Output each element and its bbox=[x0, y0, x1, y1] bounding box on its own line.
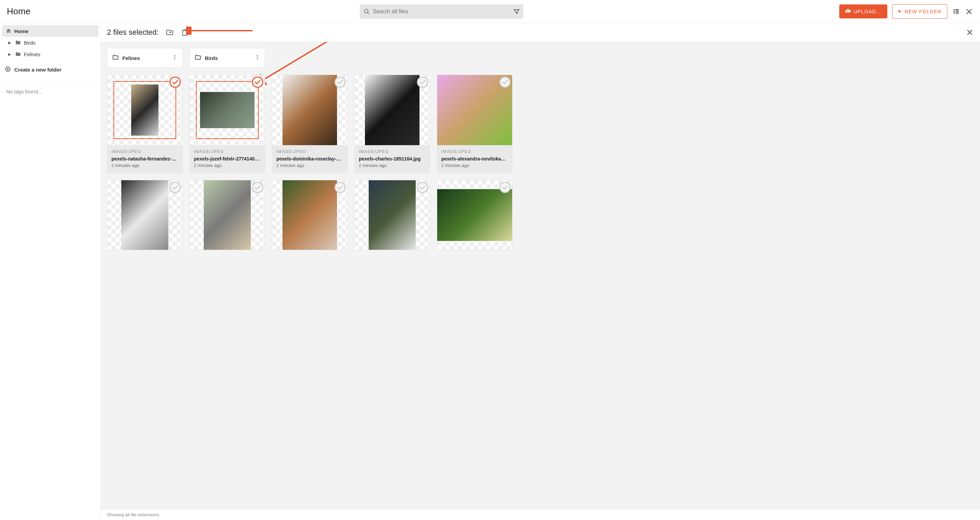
svg-rect-4 bbox=[953, 11, 955, 13]
create-folder-label: Create a new folder bbox=[14, 67, 61, 73]
svg-rect-5 bbox=[956, 11, 959, 13]
file-card[interactable]: IMAGE/JPEG pexels-dominika-roseclay-8952… bbox=[272, 75, 348, 173]
file-card[interactable] bbox=[107, 180, 183, 250]
folder-card[interactable]: Birds bbox=[189, 48, 265, 68]
svg-point-28 bbox=[170, 182, 180, 192]
select-checkmark-icon[interactable] bbox=[252, 181, 263, 193]
file-name: pexels-natasha-fernandez-733... bbox=[111, 156, 178, 162]
chevron-right-icon: ▶ bbox=[8, 52, 12, 57]
folder-name: Birds bbox=[205, 55, 251, 61]
thumbnail-image bbox=[283, 180, 337, 250]
svg-point-20 bbox=[257, 55, 258, 56]
svg-line-1 bbox=[368, 12, 369, 14]
select-checkmark-icon[interactable] bbox=[169, 181, 181, 193]
file-time: 2 minutes ago bbox=[194, 163, 261, 168]
search-bar[interactable] bbox=[360, 5, 523, 19]
file-card[interactable] bbox=[189, 180, 265, 250]
sidebar-item-felines[interactable]: ▶ Felines bbox=[2, 48, 99, 60]
file-card[interactable]: IMAGE/JPEG pexels-alexandra-novitskaya-2… bbox=[437, 75, 512, 173]
close-icon[interactable] bbox=[965, 8, 973, 16]
more-icon[interactable] bbox=[172, 54, 178, 61]
svg-point-18 bbox=[175, 57, 175, 58]
file-card[interactable] bbox=[355, 180, 430, 250]
select-checkmark-icon[interactable] bbox=[417, 181, 428, 193]
svg-point-26 bbox=[417, 77, 428, 87]
svg-point-29 bbox=[253, 182, 263, 192]
file-name: pexels-dominika-roseclay-8952... bbox=[276, 156, 343, 162]
select-checkmark-icon[interactable] bbox=[334, 76, 346, 88]
select-checkmark-icon[interactable] bbox=[334, 181, 346, 193]
more-icon[interactable] bbox=[255, 54, 260, 61]
select-checkmark-icon[interactable] bbox=[499, 181, 511, 193]
folder-icon bbox=[15, 51, 21, 57]
filter-icon[interactable] bbox=[513, 8, 520, 15]
svg-point-19 bbox=[175, 58, 175, 59]
home-icon bbox=[5, 28, 11, 34]
sidebar-item-home[interactable]: Home bbox=[2, 25, 99, 37]
folder-name: Felines bbox=[123, 55, 169, 61]
file-type: IMAGE/JPEG bbox=[276, 149, 343, 154]
sidebar-item-birds[interactable]: ▶ Birds bbox=[2, 37, 99, 48]
svg-point-25 bbox=[335, 77, 345, 87]
folder-icon bbox=[15, 40, 21, 46]
svg-point-0 bbox=[364, 9, 368, 13]
plus-icon: + bbox=[898, 8, 902, 15]
sidebar-item-label: Birds bbox=[24, 40, 35, 46]
file-card[interactable]: IMAGE/JPEG pexels-charles-1851164.jpg 2 … bbox=[355, 75, 430, 173]
svg-point-17 bbox=[175, 55, 175, 56]
sidebar: Home ▶ Birds ▶ Felines bbox=[0, 23, 101, 520]
folder-icon bbox=[194, 54, 201, 62]
thumbnail-image bbox=[121, 180, 168, 250]
file-time: 2 minutes ago bbox=[359, 163, 426, 168]
no-tags-text: No tags found... bbox=[0, 83, 100, 100]
file-type: IMAGE/JPEG bbox=[359, 149, 426, 154]
svg-point-27 bbox=[500, 77, 510, 87]
file-card[interactable] bbox=[272, 180, 348, 250]
file-time: 2 minutes ago bbox=[276, 163, 343, 168]
select-checkmark-icon[interactable] bbox=[169, 76, 181, 88]
upload-button[interactable]: UPLOAD... bbox=[839, 5, 887, 18]
svg-point-30 bbox=[335, 182, 345, 192]
select-checkmark-icon[interactable] bbox=[417, 76, 428, 88]
svg-point-22 bbox=[257, 58, 258, 59]
footer-text: Showing all file extensions. bbox=[101, 509, 980, 520]
file-card[interactable]: IMAGE/JPEG pexels-natasha-fernandez-733.… bbox=[107, 75, 183, 173]
file-type: IMAGE/JPEG bbox=[194, 149, 261, 154]
file-card[interactable]: IMAGE/JPEG pexels-jozef-fehér-2774140.jp… bbox=[189, 75, 265, 173]
move-to-folder-icon[interactable] bbox=[165, 28, 174, 37]
thumbnail-image bbox=[369, 180, 416, 250]
svg-rect-2 bbox=[953, 9, 955, 11]
sidebar-item-label: Home bbox=[14, 28, 29, 34]
svg-point-23 bbox=[170, 77, 180, 87]
create-folder-button[interactable]: Create a new folder bbox=[0, 62, 100, 77]
file-name: pexels-alexandra-novitskaya-2... bbox=[441, 156, 508, 162]
new-folder-button[interactable]: + NEW FOLDER bbox=[892, 4, 947, 19]
delete-icon[interactable] bbox=[181, 28, 189, 37]
list-view-icon[interactable] bbox=[952, 8, 960, 16]
file-name: pexels-jozef-fehér-2774140.jpg bbox=[194, 156, 261, 162]
new-folder-label: NEW FOLDER bbox=[905, 9, 942, 14]
file-time: 2 minutes ago bbox=[441, 163, 508, 168]
close-selection-icon[interactable] bbox=[966, 28, 974, 37]
svg-point-21 bbox=[257, 57, 258, 58]
folder-icon bbox=[112, 54, 119, 62]
search-input[interactable] bbox=[370, 8, 513, 15]
sidebar-item-label: Felines bbox=[24, 51, 40, 57]
thumbnail-image bbox=[283, 75, 337, 145]
file-card[interactable] bbox=[437, 180, 512, 250]
page-title: Home bbox=[7, 6, 30, 17]
select-checkmark-icon[interactable] bbox=[499, 76, 511, 88]
selection-bar: 2 files selected: bbox=[101, 23, 980, 42]
file-type: IMAGE/JPEG bbox=[111, 149, 178, 154]
thumbnail-image bbox=[200, 92, 255, 128]
svg-rect-6 bbox=[953, 13, 955, 14]
svg-point-24 bbox=[253, 77, 263, 87]
search-icon bbox=[363, 8, 370, 15]
annotation-arrow-icon bbox=[186, 27, 254, 35]
select-checkmark-icon[interactable] bbox=[252, 76, 263, 88]
svg-rect-7 bbox=[956, 13, 959, 14]
folder-card[interactable]: Felines bbox=[107, 48, 183, 68]
file-name: pexels-charles-1851164.jpg bbox=[359, 156, 426, 162]
thumbnail-image bbox=[437, 189, 512, 241]
svg-rect-3 bbox=[956, 9, 959, 11]
